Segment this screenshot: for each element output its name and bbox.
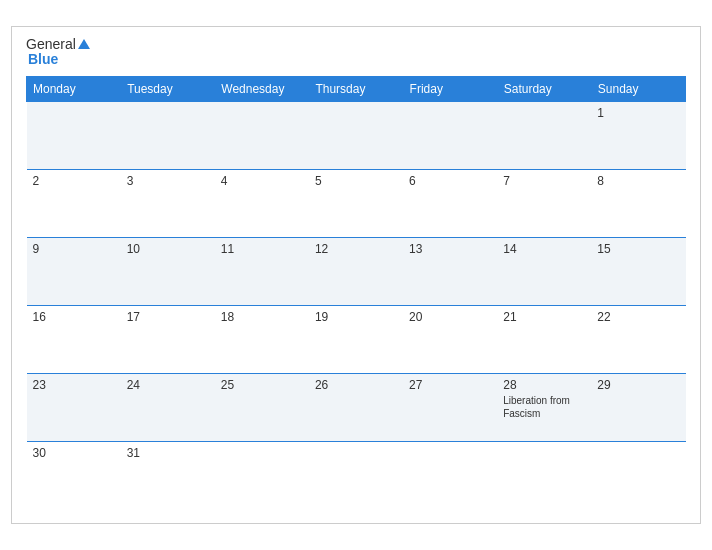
- day-number: 9: [33, 242, 115, 256]
- calendar-cell: 25: [215, 373, 309, 441]
- day-number: 25: [221, 378, 303, 392]
- day-number: 22: [597, 310, 679, 324]
- calendar-cell: 18: [215, 305, 309, 373]
- calendar-cell: 31: [121, 441, 215, 509]
- day-number: 15: [597, 242, 679, 256]
- day-number: 18: [221, 310, 303, 324]
- day-number: 6: [409, 174, 491, 188]
- event-text: Liberation from Fascism: [503, 394, 585, 420]
- calendar-cell: 5: [309, 169, 403, 237]
- day-number: 28: [503, 378, 585, 392]
- weekday-header-tuesday: Tuesday: [121, 76, 215, 101]
- logo-general-text: General: [26, 37, 76, 52]
- calendar-cell: 22: [591, 305, 685, 373]
- calendar-cell: [497, 441, 591, 509]
- weekday-header-thursday: Thursday: [309, 76, 403, 101]
- calendar-cell: 7: [497, 169, 591, 237]
- day-number: 4: [221, 174, 303, 188]
- calendar-cell: 6: [403, 169, 497, 237]
- weekday-header-monday: Monday: [27, 76, 121, 101]
- calendar-cell: 21: [497, 305, 591, 373]
- calendar-cell: 15: [591, 237, 685, 305]
- day-number: 26: [315, 378, 397, 392]
- calendar-cell: 27: [403, 373, 497, 441]
- weekday-header-wednesday: Wednesday: [215, 76, 309, 101]
- day-number: 14: [503, 242, 585, 256]
- calendar-cell: 17: [121, 305, 215, 373]
- day-number: 10: [127, 242, 209, 256]
- day-number: 12: [315, 242, 397, 256]
- weekday-header-friday: Friday: [403, 76, 497, 101]
- day-number: 8: [597, 174, 679, 188]
- calendar-cell: 1: [591, 101, 685, 169]
- week-row-5: 232425262728Liberation from Fascism29: [27, 373, 686, 441]
- calendar-cell: [309, 441, 403, 509]
- calendar-cell: 19: [309, 305, 403, 373]
- calendar-cell: [215, 441, 309, 509]
- day-number: 29: [597, 378, 679, 392]
- calendar-cell: [309, 101, 403, 169]
- weekday-header-saturday: Saturday: [497, 76, 591, 101]
- day-number: 24: [127, 378, 209, 392]
- calendar-cell: 23: [27, 373, 121, 441]
- logo-blue-text: Blue: [28, 52, 92, 67]
- weekday-header-sunday: Sunday: [591, 76, 685, 101]
- day-number: 20: [409, 310, 491, 324]
- logo-triangle-icon: [78, 39, 90, 49]
- week-row-6: 3031: [27, 441, 686, 509]
- day-number: 31: [127, 446, 209, 460]
- calendar-cell: 4: [215, 169, 309, 237]
- day-number: 23: [33, 378, 115, 392]
- day-number: 30: [33, 446, 115, 460]
- calendar-cell: 3: [121, 169, 215, 237]
- day-number: 17: [127, 310, 209, 324]
- day-number: 2: [33, 174, 115, 188]
- calendar-cell: 13: [403, 237, 497, 305]
- weekday-header-row: MondayTuesdayWednesdayThursdayFridaySatu…: [27, 76, 686, 101]
- calendar-cell: 14: [497, 237, 591, 305]
- day-number: 11: [221, 242, 303, 256]
- calendar-cell: 8: [591, 169, 685, 237]
- calendar-cell: 12: [309, 237, 403, 305]
- calendar-cell: 24: [121, 373, 215, 441]
- day-number: 21: [503, 310, 585, 324]
- calendar-cell: [403, 101, 497, 169]
- calendar-cell: [121, 101, 215, 169]
- logo: General Blue: [26, 37, 92, 68]
- calendar-cell: [497, 101, 591, 169]
- week-row-4: 16171819202122: [27, 305, 686, 373]
- day-number: 13: [409, 242, 491, 256]
- day-number: 1: [597, 106, 679, 120]
- calendar-container: General Blue MondayTuesdayWednesdayThurs…: [11, 26, 701, 524]
- calendar-cell: 9: [27, 237, 121, 305]
- day-number: 5: [315, 174, 397, 188]
- calendar-header: General Blue: [26, 37, 686, 68]
- calendar-cell: 26: [309, 373, 403, 441]
- calendar-cell: 10: [121, 237, 215, 305]
- calendar-cell: 20: [403, 305, 497, 373]
- calendar-cell: [591, 441, 685, 509]
- week-row-1: 1: [27, 101, 686, 169]
- calendar-cell: [215, 101, 309, 169]
- calendar-cell: [27, 101, 121, 169]
- calendar-cell: [403, 441, 497, 509]
- week-row-2: 2345678: [27, 169, 686, 237]
- calendar-cell: 28Liberation from Fascism: [497, 373, 591, 441]
- calendar-cell: 11: [215, 237, 309, 305]
- day-number: 16: [33, 310, 115, 324]
- calendar-cell: 2: [27, 169, 121, 237]
- day-number: 27: [409, 378, 491, 392]
- day-number: 3: [127, 174, 209, 188]
- calendar-cell: 30: [27, 441, 121, 509]
- calendar-grid: MondayTuesdayWednesdayThursdayFridaySatu…: [26, 76, 686, 510]
- day-number: 7: [503, 174, 585, 188]
- day-number: 19: [315, 310, 397, 324]
- week-row-3: 9101112131415: [27, 237, 686, 305]
- calendar-cell: 29: [591, 373, 685, 441]
- calendar-cell: 16: [27, 305, 121, 373]
